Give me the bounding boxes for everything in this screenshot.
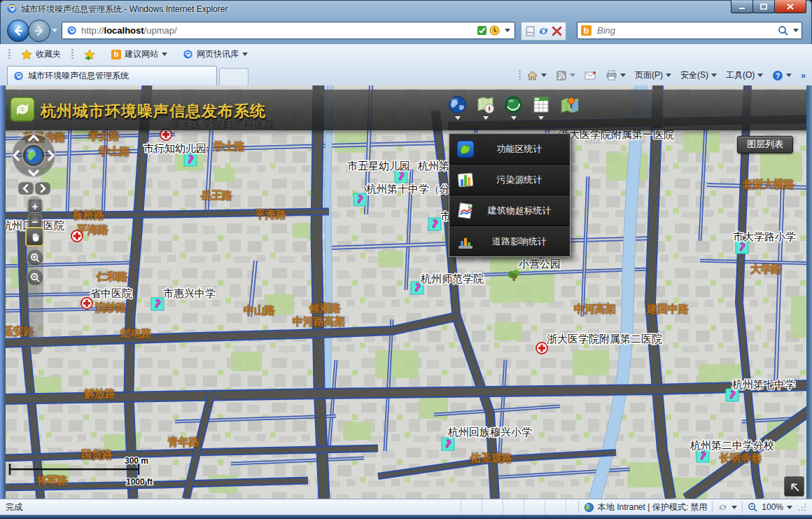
poi-label: 省中医院 (90, 287, 132, 299)
window-frame-bottom (0, 515, 812, 519)
statistics-table-button[interactable] (532, 95, 550, 120)
road-label: 仁和路 (96, 270, 128, 282)
help-menu[interactable]: ? (769, 68, 795, 83)
zoom-control[interactable]: 100% (748, 502, 792, 513)
title-bar[interactable]: 城市环境噪声信息管理系统 - Windows Internet Explorer (0, 0, 812, 18)
scale-metric: 300 m (125, 456, 148, 466)
suggested-sites-button[interactable]: b 建议网站 (106, 46, 172, 62)
poi-label: 市惠兴中学 (163, 287, 216, 299)
read-mail-button[interactable] (581, 69, 600, 83)
favbar-grip[interactable] (8, 49, 10, 60)
app-toolbar (448, 95, 580, 120)
green-globe-button[interactable] (504, 95, 523, 120)
layer-list-button[interactable]: 图层列表 (737, 136, 793, 153)
menu-item-pollution-source[interactable]: 污染源统计 (449, 165, 570, 195)
app-logo (8, 95, 36, 123)
prev-next-extent-buttons[interactable] (18, 181, 51, 196)
page-privacy-icon (718, 502, 728, 513)
ie-small-icon (183, 49, 193, 60)
search-icon[interactable] (778, 25, 789, 36)
zoom-out-tool-button[interactable] (27, 269, 43, 286)
tools-menu[interactable]: 工具(O) (722, 67, 766, 83)
road-label: 邮电路 (120, 327, 152, 339)
menu-item-functional-zone[interactable]: 功能区统计 (449, 134, 570, 165)
menu-item-building-exceedance[interactable]: 建筑物超标统计 (449, 195, 570, 226)
road-label: 中河路高架 (293, 315, 345, 327)
road-label: 青年路 (167, 436, 200, 448)
road-label: 大学路 (750, 263, 782, 275)
zoom-in-button[interactable]: + (28, 199, 42, 213)
menu-item-road-impact[interactable]: 道路影响统计 (449, 226, 570, 256)
zoom-in-tool-button[interactable] (27, 249, 43, 266)
page-content: 菩提寺路孝女路学士路学士路岳王路板桥路平海路平海路仁和路浣纱路延安路邮电路中山路… (0, 85, 812, 499)
recent-pages-dropdown[interactable] (52, 29, 57, 32)
map-tools-button[interactable] (476, 95, 495, 120)
hospital-marker-icon (536, 342, 547, 354)
pan-compass-control[interactable] (10, 132, 57, 179)
address-bar[interactable]: http://localhost/upmap/ (62, 22, 515, 39)
hospital-marker-icon (160, 129, 172, 140)
web-slice-gallery-button[interactable]: 网页快讯库 (178, 46, 253, 62)
statistics-table-icon (532, 95, 550, 114)
road-label: 国货路 (81, 448, 113, 461)
cmdbar-grip[interactable] (519, 70, 521, 81)
world-services-icon (448, 95, 467, 114)
scale-imperial: 1000 ft (126, 477, 153, 487)
new-tab-button[interactable] (219, 68, 248, 85)
school-marker-icon (395, 170, 407, 183)
pan-tool-button-selected[interactable] (25, 227, 44, 247)
search-dropdown[interactable] (793, 29, 799, 32)
safety-menu[interactable]: 安全(S) (677, 67, 720, 83)
page-menu[interactable]: 页面(P) (631, 67, 675, 83)
zoom-out-button[interactable]: − (28, 214, 42, 228)
suggested-sites-label: 建议网站 (125, 48, 158, 60)
thematic-map-button[interactable] (559, 95, 580, 120)
magnifier-minus-icon (30, 272, 41, 283)
forward-button[interactable] (28, 20, 50, 42)
mail-icon (584, 71, 596, 81)
minimize-button[interactable] (731, 0, 753, 13)
rss-feed-icon (556, 70, 567, 81)
road-label: 平海路 (77, 223, 108, 235)
road-label: 岳王路 (200, 189, 232, 201)
protected-mode-button[interactable] (718, 502, 737, 513)
search-box[interactable]: b (577, 22, 802, 39)
refresh-icon[interactable] (538, 25, 550, 37)
search-input[interactable] (596, 25, 778, 36)
pollution-source-stats-icon (456, 171, 475, 189)
more-commands-chevron[interactable]: » (797, 69, 809, 83)
favbar-grip2[interactable] (71, 49, 74, 60)
home-button[interactable] (523, 68, 550, 83)
print-button[interactable] (602, 68, 629, 83)
address-dropdown[interactable] (505, 29, 510, 32)
map-canvas[interactable]: 菩提寺路孝女路学士路学士路岳王路板桥路平海路平海路仁和路浣纱路延安路邮电路中山路… (0, 85, 812, 499)
help-icon: ? (772, 70, 783, 81)
hand-icon (29, 231, 41, 242)
school-marker-icon (354, 193, 366, 206)
url-text[interactable]: http://localhost/upmap/ (81, 25, 477, 36)
back-button[interactable] (7, 20, 29, 42)
security-zone[interactable]: 本地 Intranet | 保护模式: 禁用 (584, 501, 707, 513)
map-navigation-widget: + − (10, 132, 59, 179)
road-label: 将军路 (36, 474, 68, 486)
add-favorite-button[interactable] (79, 47, 101, 62)
home-icon (526, 70, 538, 81)
window-frame-right (806, 85, 812, 499)
favorites-label: 收藏夹 (36, 48, 61, 60)
green-globe-icon (504, 95, 523, 114)
compatibility-view-icon[interactable] (524, 25, 536, 37)
stop-icon[interactable] (551, 25, 563, 37)
resize-grip[interactable] (798, 503, 806, 511)
feeds-button[interactable] (552, 68, 579, 83)
maximize-button[interactable] (752, 0, 775, 13)
browser-window: 城市环境噪声信息管理系统 - Windows Internet Explorer… (0, 0, 812, 519)
favorites-button[interactable]: 收藏夹 (16, 46, 66, 62)
full-extent-button[interactable] (784, 476, 804, 497)
close-button[interactable] (774, 0, 806, 13)
menu-item-label: 建筑物超标统计 (475, 205, 564, 217)
bing-logo-icon: b (581, 25, 592, 36)
tab-active[interactable]: 城市环境噪声信息管理系统 (7, 66, 217, 85)
world-services-button[interactable] (448, 95, 467, 120)
road-label: 中河高架 (574, 303, 616, 314)
road-label: 解放路 (83, 387, 115, 400)
